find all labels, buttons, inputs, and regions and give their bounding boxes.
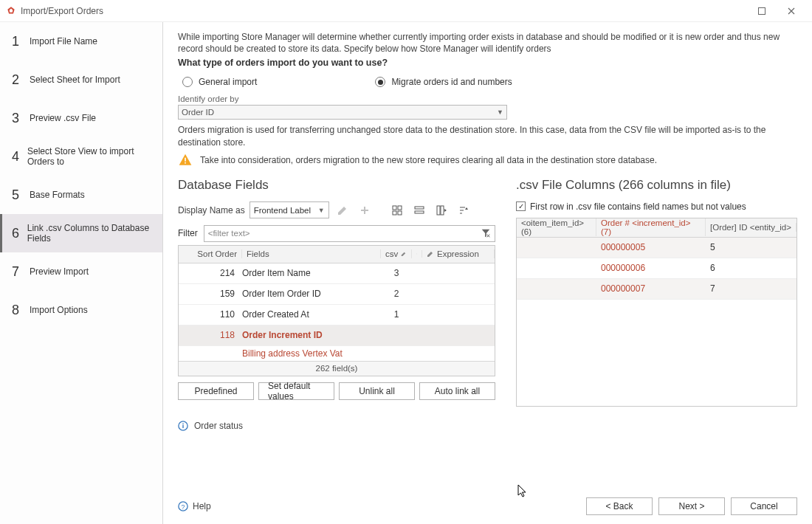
step-select-sheet[interactable]: 2Select Sheet for Import [0,61,162,99]
grid-row[interactable]: 110Order Created At1 [179,305,495,325]
step-link-columns[interactable]: 6Link .csv Columns to Database Fields [0,214,162,252]
edit-icon [334,201,351,219]
chevron-down-icon: ▼ [318,207,325,214]
order-status-text: Order status [194,421,243,431]
svg-rect-2 [185,162,186,164]
question-text: What type of orders import do you want t… [178,58,797,68]
csv-columns-title: .csv File Columns (266 columns in file) [516,178,797,193]
csv-columns-grid: <oitem_item_id> (6) Order # <increment_i… [516,218,797,407]
help-icon: ? [178,501,188,511]
expand-all-icon[interactable] [388,201,406,219]
help-link[interactable]: ? Help [178,501,211,511]
svg-rect-8 [415,211,424,213]
set-default-values-button[interactable]: Set default values [258,382,334,400]
col-link[interactable] [412,250,422,258]
sort-icon[interactable] [455,201,472,219]
svg-rect-12 [182,424,183,427]
svg-rect-9 [437,206,440,215]
cancel-button[interactable]: Cancel [731,497,797,515]
radio-checked-icon [375,77,385,87]
step-import-file-name[interactable]: 1Import File Name [0,22,162,61]
predefined-button[interactable]: Predefined [178,382,254,400]
radio-general-import[interactable]: General import [182,77,257,87]
step-import-options[interactable]: 8Import Options [0,291,162,329]
step-select-store-view[interactable]: 4Select Store View to import Orders to [0,137,162,176]
app-logo-icon [6,6,16,16]
step-preview-csv[interactable]: 3Preview .csv File [0,99,162,137]
warning-text: Take into consideration, orders migratio… [200,155,657,165]
clear-filter-icon[interactable] [481,228,491,238]
window-close-button[interactable] [777,2,806,20]
filter-input[interactable]: <filter text> [204,225,495,242]
step-preview-import[interactable]: 7Preview Import [0,252,162,291]
csv-row[interactable]: 0000000055 [517,238,796,258]
identify-label: Identify order by [178,94,797,103]
svg-rect-4 [398,206,402,210]
grid-row[interactable]: Billing address Vertex Vat [179,346,495,361]
svg-text:?: ? [182,503,185,511]
first-row-checkbox[interactable]: ✓ First row in .csv file contains field … [516,201,797,212]
step-base-formats[interactable]: 5Base Formats [0,176,162,214]
window-title: Import/Export Orders [21,6,747,16]
grid-row[interactable]: 214Order Item Name3 [179,263,495,284]
svg-rect-5 [393,211,396,215]
csv-row[interactable]: 0000000066 [517,258,796,279]
radio-migrate-orders[interactable]: Migrate orders id and numbers [375,77,512,87]
col-fields[interactable]: Fields [242,249,381,258]
csv-col-3[interactable]: [Order] ID <entity_id> [706,223,796,232]
wizard-steps-sidebar: 1Import File Name 2Select Sheet for Impo… [0,22,163,524]
display-name-as-label: Display Name as [178,205,245,216]
svg-rect-6 [398,211,402,215]
checkbox-checked-icon: ✓ [516,201,526,211]
chevron-down-icon: ▼ [497,108,503,116]
pencil-icon [401,250,407,258]
link-icon [416,250,417,258]
svg-rect-13 [182,423,183,424]
database-fields-grid: Sort Order Fields csv Expression 214Orde… [178,245,495,376]
col-expression[interactable]: Expression [422,249,495,258]
plus-icon [356,201,374,219]
grid-row[interactable]: 159Order Item Order ID2 [179,284,495,305]
warning-icon [178,153,193,168]
filter-label: Filter [178,228,198,238]
radio-unchecked-icon [182,77,193,87]
svg-rect-3 [393,206,396,210]
next-button[interactable]: Next > [658,497,725,515]
database-fields-title: Database Fields [178,178,495,193]
col-sort-order[interactable]: Sort Order [179,249,242,258]
csv-col-1[interactable]: <oitem_item_id> (6) [517,218,596,236]
svg-rect-10 [441,206,444,215]
unlink-all-button[interactable]: Unlink all [339,382,415,400]
auto-link-all-button[interactable]: Auto link all [419,382,495,400]
pencil-icon [427,250,434,258]
cursor-icon [517,484,529,499]
svg-rect-0 [759,7,765,14]
window-maximize-button[interactable] [747,2,777,20]
display-name-as-combo[interactable]: Frontend Label ▼ [250,201,329,218]
col-csv[interactable]: csv [381,249,412,258]
csv-row[interactable]: 0000000077 [517,279,796,300]
back-button[interactable]: < Back [586,497,653,515]
intro-text: While importing Store Manager will deter… [178,31,797,55]
columns-icon[interactable] [433,201,450,219]
collapse-all-icon[interactable] [410,201,428,219]
migration-note: Orders migration is used for transferrin… [178,124,797,148]
svg-rect-7 [415,207,424,209]
grid-footer: 262 field(s) [179,361,495,376]
identify-order-by-combo[interactable]: Order ID ▼ [178,105,507,120]
grid-row-selected[interactable]: 118Order Increment ID [179,325,495,346]
info-icon [178,421,188,431]
csv-col-2[interactable]: Order # <increment_id> (7) [596,218,706,236]
svg-rect-1 [185,157,186,161]
